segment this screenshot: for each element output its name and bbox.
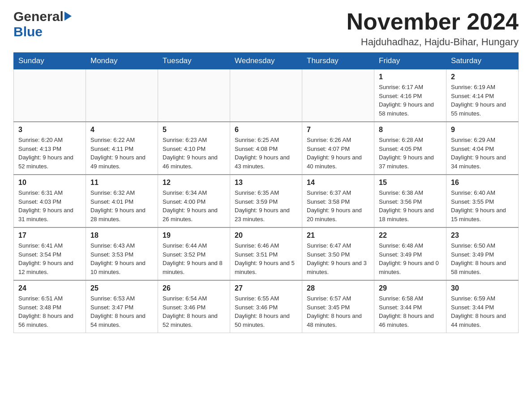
day-cell: 7Sunrise: 6:26 AMSunset: 4:07 PMDaylight…: [302, 122, 374, 175]
logo: General Blue: [13, 9, 72, 39]
day-info: Sunrise: 6:43 AMSunset: 3:53 PMDaylight:…: [90, 241, 153, 276]
week-row-5: 24Sunrise: 6:51 AMSunset: 3:48 PMDayligh…: [14, 280, 519, 333]
day-info: Sunrise: 6:58 AMSunset: 3:44 PMDaylight:…: [379, 294, 442, 329]
week-row-1: 1Sunrise: 6:17 AMSunset: 4:16 PMDaylight…: [14, 69, 519, 122]
day-cell: 30Sunrise: 6:59 AMSunset: 3:44 PMDayligh…: [446, 280, 519, 333]
day-cell: 24Sunrise: 6:51 AMSunset: 3:48 PMDayligh…: [14, 280, 86, 333]
location-text: Hajduhadhaz, Hajdu-Bihar, Hungary: [347, 36, 519, 48]
week-row-3: 10Sunrise: 6:31 AMSunset: 4:03 PMDayligh…: [14, 175, 519, 227]
day-cell: 11Sunrise: 6:32 AMSunset: 4:01 PMDayligh…: [86, 175, 158, 227]
day-info: Sunrise: 6:59 AMSunset: 3:44 PMDaylight:…: [451, 294, 514, 329]
calendar-table: Sunday Monday Tuesday Wednesday Thursday…: [13, 52, 519, 333]
day-info: Sunrise: 6:44 AMSunset: 3:52 PMDaylight:…: [163, 241, 225, 276]
day-info: Sunrise: 6:50 AMSunset: 3:49 PMDaylight:…: [451, 241, 514, 276]
day-number: 24: [18, 284, 81, 292]
day-cell: 15Sunrise: 6:38 AMSunset: 3:56 PMDayligh…: [374, 175, 446, 227]
logo-blue-text: Blue: [13, 24, 43, 39]
day-number: 29: [379, 284, 442, 292]
day-cell: [158, 69, 230, 122]
day-info: Sunrise: 6:26 AMSunset: 4:07 PMDaylight:…: [307, 136, 369, 171]
day-cell: [230, 69, 302, 122]
weekday-header-row: Sunday Monday Tuesday Wednesday Thursday…: [14, 53, 519, 69]
day-info: Sunrise: 6:47 AMSunset: 3:50 PMDaylight:…: [307, 241, 369, 276]
header-wednesday: Wednesday: [230, 53, 302, 69]
header-saturday: Saturday: [446, 53, 519, 69]
day-info: Sunrise: 6:22 AMSunset: 4:11 PMDaylight:…: [90, 136, 153, 171]
day-cell: 10Sunrise: 6:31 AMSunset: 4:03 PMDayligh…: [14, 175, 86, 227]
day-info: Sunrise: 6:31 AMSunset: 4:03 PMDaylight:…: [18, 188, 81, 223]
day-cell: [86, 69, 158, 122]
day-number: 20: [235, 231, 297, 240]
day-number: 28: [307, 284, 369, 292]
day-number: 26: [163, 284, 225, 292]
day-number: 14: [307, 179, 369, 187]
day-cell: [302, 69, 374, 122]
day-number: 13: [235, 179, 297, 187]
day-info: Sunrise: 6:38 AMSunset: 3:56 PMDaylight:…: [379, 188, 442, 223]
day-info: Sunrise: 6:57 AMSunset: 3:45 PMDaylight:…: [307, 294, 369, 329]
day-info: Sunrise: 6:17 AMSunset: 4:16 PMDaylight:…: [379, 83, 442, 118]
day-number: 2: [451, 73, 514, 81]
page-header: General Blue November 2024 Hajduhadhaz, …: [13, 9, 519, 48]
day-info: Sunrise: 6:25 AMSunset: 4:08 PMDaylight:…: [235, 136, 297, 171]
day-cell: 23Sunrise: 6:50 AMSunset: 3:49 PMDayligh…: [446, 227, 519, 280]
logo-general-text: General: [13, 9, 64, 24]
day-info: Sunrise: 6:28 AMSunset: 4:05 PMDaylight:…: [379, 136, 442, 171]
day-number: 11: [90, 179, 153, 187]
day-cell: 19Sunrise: 6:44 AMSunset: 3:52 PMDayligh…: [158, 227, 230, 280]
header-sunday: Sunday: [14, 53, 86, 69]
day-cell: 29Sunrise: 6:58 AMSunset: 3:44 PMDayligh…: [374, 280, 446, 333]
day-cell: 1Sunrise: 6:17 AMSunset: 4:16 PMDaylight…: [374, 69, 446, 122]
day-cell: 9Sunrise: 6:29 AMSunset: 4:04 PMDaylight…: [446, 122, 519, 175]
day-cell: 2Sunrise: 6:19 AMSunset: 4:14 PMDaylight…: [446, 69, 519, 122]
day-cell: 12Sunrise: 6:34 AMSunset: 4:00 PMDayligh…: [158, 175, 230, 227]
day-cell: 8Sunrise: 6:28 AMSunset: 4:05 PMDaylight…: [374, 122, 446, 175]
day-cell: 14Sunrise: 6:37 AMSunset: 3:58 PMDayligh…: [302, 175, 374, 227]
day-info: Sunrise: 6:32 AMSunset: 4:01 PMDaylight:…: [90, 188, 153, 223]
day-info: Sunrise: 6:23 AMSunset: 4:10 PMDaylight:…: [163, 136, 225, 171]
week-row-4: 17Sunrise: 6:41 AMSunset: 3:54 PMDayligh…: [14, 227, 519, 280]
day-number: 9: [451, 126, 514, 134]
day-info: Sunrise: 6:53 AMSunset: 3:47 PMDaylight:…: [90, 294, 153, 329]
day-cell: 3Sunrise: 6:20 AMSunset: 4:13 PMDaylight…: [14, 122, 86, 175]
day-cell: 6Sunrise: 6:25 AMSunset: 4:08 PMDaylight…: [230, 122, 302, 175]
day-cell: 26Sunrise: 6:54 AMSunset: 3:46 PMDayligh…: [158, 280, 230, 333]
month-title: November 2024: [347, 9, 519, 34]
day-cell: 5Sunrise: 6:23 AMSunset: 4:10 PMDaylight…: [158, 122, 230, 175]
day-info: Sunrise: 6:55 AMSunset: 3:46 PMDaylight:…: [235, 294, 297, 329]
day-number: 27: [235, 284, 297, 292]
day-number: 4: [90, 126, 153, 134]
day-info: Sunrise: 6:35 AMSunset: 3:59 PMDaylight:…: [235, 188, 297, 223]
day-number: 1: [379, 73, 442, 81]
day-number: 22: [379, 231, 442, 240]
day-cell: 17Sunrise: 6:41 AMSunset: 3:54 PMDayligh…: [14, 227, 86, 280]
day-info: Sunrise: 6:19 AMSunset: 4:14 PMDaylight:…: [451, 83, 514, 118]
day-number: 3: [18, 126, 81, 134]
header-friday: Friday: [374, 53, 446, 69]
week-row-2: 3Sunrise: 6:20 AMSunset: 4:13 PMDaylight…: [14, 122, 519, 175]
day-info: Sunrise: 6:34 AMSunset: 4:00 PMDaylight:…: [163, 188, 225, 223]
day-cell: 18Sunrise: 6:43 AMSunset: 3:53 PMDayligh…: [86, 227, 158, 280]
logo-arrow-icon: [64, 12, 72, 21]
day-info: Sunrise: 6:51 AMSunset: 3:48 PMDaylight:…: [18, 294, 81, 329]
day-info: Sunrise: 6:40 AMSunset: 3:55 PMDaylight:…: [451, 188, 514, 223]
day-number: 5: [163, 126, 225, 134]
day-info: Sunrise: 6:37 AMSunset: 3:58 PMDaylight:…: [307, 188, 369, 223]
day-number: 16: [451, 179, 514, 187]
day-info: Sunrise: 6:20 AMSunset: 4:13 PMDaylight:…: [18, 136, 81, 171]
day-number: 6: [235, 126, 297, 134]
day-number: 21: [307, 231, 369, 240]
day-number: 30: [451, 284, 514, 292]
header-tuesday: Tuesday: [158, 53, 230, 69]
day-info: Sunrise: 6:46 AMSunset: 3:51 PMDaylight:…: [235, 241, 297, 276]
day-number: 7: [307, 126, 369, 134]
day-info: Sunrise: 6:48 AMSunset: 3:49 PMDaylight:…: [379, 241, 442, 276]
day-cell: 27Sunrise: 6:55 AMSunset: 3:46 PMDayligh…: [230, 280, 302, 333]
day-number: 12: [163, 179, 225, 187]
day-cell: 20Sunrise: 6:46 AMSunset: 3:51 PMDayligh…: [230, 227, 302, 280]
day-info: Sunrise: 6:29 AMSunset: 4:04 PMDaylight:…: [451, 136, 514, 171]
day-info: Sunrise: 6:41 AMSunset: 3:54 PMDaylight:…: [18, 241, 81, 276]
day-cell: 22Sunrise: 6:48 AMSunset: 3:49 PMDayligh…: [374, 227, 446, 280]
day-cell: 28Sunrise: 6:57 AMSunset: 3:45 PMDayligh…: [302, 280, 374, 333]
day-number: 17: [18, 231, 81, 240]
